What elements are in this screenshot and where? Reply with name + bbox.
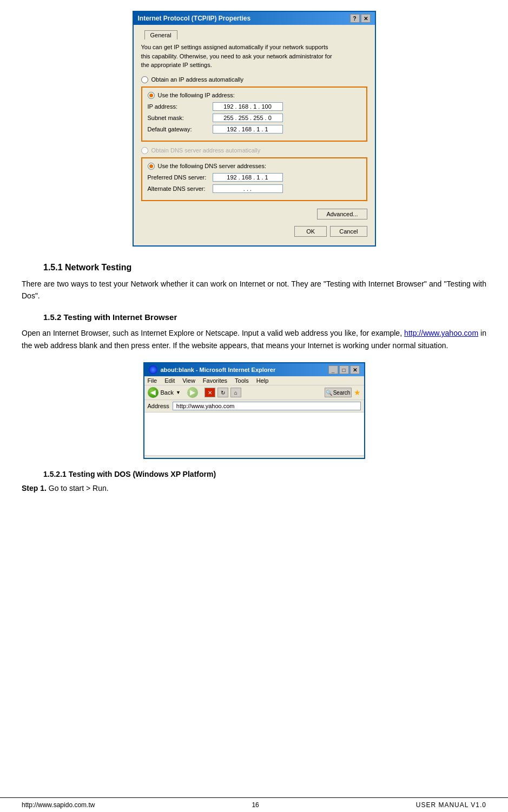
manual-ip-label: Use the following IP address: [158,92,235,98]
step1-row: Step 1. Go to start > Run. [22,484,486,492]
cancel-button[interactable]: Cancel [330,226,367,237]
ie-close-button[interactable]: ✕ [350,365,360,374]
ie-back-label: Back [161,389,174,396]
alternate-dns-row: Alternate DNS server: . . . [148,184,361,193]
ie-forward-button[interactable]: ▶ [187,387,198,398]
subnet-row: Subnet mask: 255 . 255 . 255 . 0 [148,114,361,122]
ie-search-icon: 🔍 [326,390,332,396]
auto-ip-label: Obtain an IP address automatically [151,76,243,83]
gateway-label: Default gateway: [148,126,213,132]
close-button[interactable]: ✕ [361,14,371,23]
ie-search-label: Search [333,390,351,396]
preferred-dns-row: Preferred DNS server: 192 . 168 . 1 . 1 [148,173,361,182]
section-1-5-2-body: Open an Internet Browser, such as Intern… [22,327,486,351]
manual-dns-row: Use the following DNS server addresses: [148,163,361,170]
ie-search-button[interactable]: 🔍 Search [325,388,352,397]
yahoo-link[interactable]: http://www.yahoo.com [404,329,478,337]
page-footer: http://www.sapido.com.tw 16 USER MANUAL … [0,797,508,812]
section-1-5-1-body: There are two ways to test your Network … [22,278,486,302]
ie-menu-view[interactable]: View [182,377,195,384]
manual-dns-label: Use the following DNS server addresses: [158,163,267,169]
ie-menu-favorites[interactable]: Favorites [203,377,227,384]
ie-content-area [144,412,364,456]
alternate-dns-label: Alternate DNS server: [148,185,213,192]
ie-statusbar [144,456,364,458]
auto-dns-radio[interactable] [141,147,148,154]
general-tab[interactable]: General [144,30,177,39]
ie-window-container: about:blank - Microsoft Internet Explore… [22,362,486,459]
ie-home-button[interactable]: ⌂ [230,388,241,397]
ok-button[interactable]: OK [294,226,327,237]
ie-menu-file[interactable]: File [148,377,157,384]
manual-ip-radio[interactable] [148,92,155,99]
ie-favorites-star-icon[interactable]: ★ [354,388,361,397]
dialog-title: Internet Protocol (TCP/IP) Properties [138,15,251,22]
manual-dns-radio[interactable] [148,163,155,170]
ie-back-button[interactable]: ◀ [148,387,159,398]
preferred-dns-value[interactable]: 192 . 168 . 1 . 1 [213,173,283,182]
ie-back-dropdown[interactable]: ▼ [176,390,181,395]
alternate-dns-value[interactable]: . . . [213,184,283,193]
ip-address-value[interactable]: 192 . 168 . 1 . 100 [213,102,283,111]
ie-minimize-button[interactable]: _ [328,365,338,374]
step1-label: Step 1. [22,484,47,492]
section-1-5-2-1: 1.5.2.1 Testing with DOS (Windows XP Pla… [22,470,486,492]
ie-address-bar: Address [144,400,364,412]
help-button[interactable]: ? [350,14,360,23]
preferred-dns-label: Preferred DNS server: [148,174,213,181]
dialog-titlebar: Internet Protocol (TCP/IP) Properties ? … [134,12,375,25]
auto-ip-row: Obtain an IP address automatically [141,76,367,83]
manual-ip-row: Use the following IP address: [148,92,361,99]
ie-refresh-button[interactable]: ↻ [217,388,228,397]
subnet-label: Subnet mask: [148,115,213,121]
manual-ip-box: Use the following IP address: IP address… [141,86,367,142]
gateway-value[interactable]: 192 . 168 . 1 . 1 [213,125,283,134]
ie-titlebar: about:blank - Microsoft Internet Explore… [144,363,364,376]
ie-titlebar-buttons: _ □ ✕ [328,365,360,374]
ie-menubar: File Edit View Favorites Tools Help [144,376,364,385]
section-1-5-2-heading: 1.5.2 Testing with Internet Browser [43,312,486,322]
tcp-ip-dialog-container: Internet Protocol (TCP/IP) Properties ? … [22,11,486,247]
ie-stop-button[interactable]: ✕ [204,388,215,397]
advanced-button[interactable]: Advanced... [317,209,367,219]
auto-dns-row: Obtain DNS server address automatically [141,147,367,154]
step1-text: Go to start > Run. [49,484,109,492]
footer-page: 16 [252,801,259,809]
ok-cancel-row: OK Cancel [141,226,367,240]
titlebar-buttons: ? ✕ [350,14,371,23]
dialog-info-text: You can get IP settings assigned automat… [141,43,367,70]
section-1-5-1-heading: 1.5.1 Network Testing [43,263,486,272]
section-1-5-1: 1.5.1 Network Testing There are two ways… [22,263,486,302]
auto-ip-radio[interactable] [141,76,148,83]
tcp-ip-dialog: Internet Protocol (TCP/IP) Properties ? … [133,11,376,247]
gateway-row: Default gateway: 192 . 168 . 1 . 1 [148,125,361,134]
advanced-btn-row: Advanced... [141,207,367,223]
ie-title: about:blank - Microsoft Internet Explore… [161,367,276,373]
ie-maximize-button[interactable]: □ [339,365,349,374]
ip-address-row: IP address: 192 . 168 . 1 . 100 [148,102,361,111]
section-1-5-2-body1: Open an Internet Browser, such as Intern… [22,329,402,337]
ie-menu-edit[interactable]: Edit [164,377,175,384]
ie-address-input[interactable] [173,402,361,410]
section-1-5-2: 1.5.2 Testing with Internet Browser Open… [22,312,486,351]
manual-dns-box: Use the following DNS server addresses: … [141,157,367,201]
section-1-5-2-1-heading: 1.5.2.1 Testing with DOS (Windows XP Pla… [43,470,486,478]
auto-dns-label: Obtain DNS server address automatically [151,147,261,154]
ie-menu-tools[interactable]: Tools [235,377,249,384]
footer-manual: USER MANUAL V1.0 [416,801,486,809]
ie-window: about:blank - Microsoft Internet Explore… [143,362,365,459]
footer-url: http://www.sapido.com.tw [22,801,95,809]
subnet-value[interactable]: 255 . 255 . 255 . 0 [213,114,283,122]
ie-address-label: Address [148,403,169,409]
ie-menu-help[interactable]: Help [256,377,269,384]
ip-address-label: IP address: [148,103,213,110]
ie-toolbar: ◀ Back ▼ ▶ ✕ ↻ ⌂ 🔍 Search ★ [144,385,364,400]
ie-logo-icon [149,365,157,374]
dialog-content: General You can get IP settings assigned… [134,25,375,245]
